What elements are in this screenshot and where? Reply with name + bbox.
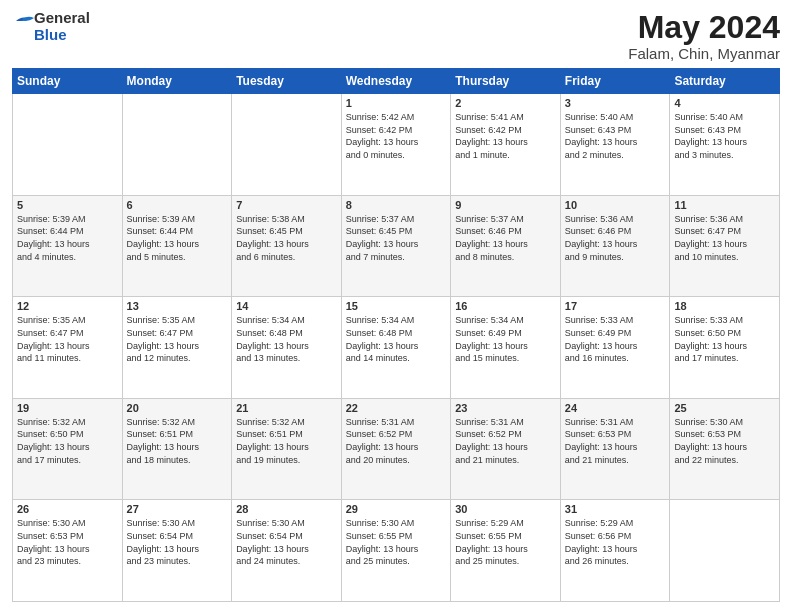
table-row: 15Sunrise: 5:34 AMSunset: 6:48 PMDayligh… (341, 297, 451, 399)
table-row: 2Sunrise: 5:41 AMSunset: 6:42 PMDaylight… (451, 94, 561, 196)
logo-general-text: General (34, 10, 90, 27)
table-row: 1Sunrise: 5:42 AMSunset: 6:42 PMDaylight… (341, 94, 451, 196)
table-row: 9Sunrise: 5:37 AMSunset: 6:46 PMDaylight… (451, 195, 561, 297)
header-saturday: Saturday (670, 69, 780, 94)
table-row: 19Sunrise: 5:32 AMSunset: 6:50 PMDayligh… (13, 398, 123, 500)
table-row (670, 500, 780, 602)
table-row: 10Sunrise: 5:36 AMSunset: 6:46 PMDayligh… (560, 195, 670, 297)
table-row: 22Sunrise: 5:31 AMSunset: 6:52 PMDayligh… (341, 398, 451, 500)
table-row: 8Sunrise: 5:37 AMSunset: 6:45 PMDaylight… (341, 195, 451, 297)
logo-blue-text: Blue (34, 27, 90, 44)
month-title: May 2024 (628, 10, 780, 45)
table-row: 7Sunrise: 5:38 AMSunset: 6:45 PMDaylight… (232, 195, 342, 297)
table-row (13, 94, 123, 196)
table-row: 14Sunrise: 5:34 AMSunset: 6:48 PMDayligh… (232, 297, 342, 399)
table-row: 16Sunrise: 5:34 AMSunset: 6:49 PMDayligh… (451, 297, 561, 399)
table-row: 24Sunrise: 5:31 AMSunset: 6:53 PMDayligh… (560, 398, 670, 500)
header-sunday: Sunday (13, 69, 123, 94)
table-row: 3Sunrise: 5:40 AMSunset: 6:43 PMDaylight… (560, 94, 670, 196)
table-row: 21Sunrise: 5:32 AMSunset: 6:51 PMDayligh… (232, 398, 342, 500)
table-row: 5Sunrise: 5:39 AMSunset: 6:44 PMDaylight… (13, 195, 123, 297)
table-row (232, 94, 342, 196)
calendar-table: Sunday Monday Tuesday Wednesday Thursday… (12, 68, 780, 602)
header-thursday: Thursday (451, 69, 561, 94)
table-row: 18Sunrise: 5:33 AMSunset: 6:50 PMDayligh… (670, 297, 780, 399)
table-row: 26Sunrise: 5:30 AMSunset: 6:53 PMDayligh… (13, 500, 123, 602)
table-row (122, 94, 232, 196)
table-row: 28Sunrise: 5:30 AMSunset: 6:54 PMDayligh… (232, 500, 342, 602)
table-row: 29Sunrise: 5:30 AMSunset: 6:55 PMDayligh… (341, 500, 451, 602)
table-row: 20Sunrise: 5:32 AMSunset: 6:51 PMDayligh… (122, 398, 232, 500)
location-title: Falam, Chin, Myanmar (628, 45, 780, 62)
title-section: May 2024 Falam, Chin, Myanmar (628, 10, 780, 62)
calendar-header-row: Sunday Monday Tuesday Wednesday Thursday… (13, 69, 780, 94)
table-row: 30Sunrise: 5:29 AMSunset: 6:55 PMDayligh… (451, 500, 561, 602)
header-friday: Friday (560, 69, 670, 94)
logo: General Blue (12, 10, 90, 43)
table-row: 23Sunrise: 5:31 AMSunset: 6:52 PMDayligh… (451, 398, 561, 500)
table-row: 25Sunrise: 5:30 AMSunset: 6:53 PMDayligh… (670, 398, 780, 500)
table-row: 6Sunrise: 5:39 AMSunset: 6:44 PMDaylight… (122, 195, 232, 297)
page-header: General Blue May 2024 Falam, Chin, Myanm… (12, 10, 780, 62)
header-tuesday: Tuesday (232, 69, 342, 94)
table-row: 11Sunrise: 5:36 AMSunset: 6:47 PMDayligh… (670, 195, 780, 297)
page-container: General Blue May 2024 Falam, Chin, Myanm… (0, 0, 792, 612)
table-row: 12Sunrise: 5:35 AMSunset: 6:47 PMDayligh… (13, 297, 123, 399)
logo-bird-icon (12, 13, 34, 41)
header-wednesday: Wednesday (341, 69, 451, 94)
table-row: 13Sunrise: 5:35 AMSunset: 6:47 PMDayligh… (122, 297, 232, 399)
table-row: 31Sunrise: 5:29 AMSunset: 6:56 PMDayligh… (560, 500, 670, 602)
table-row: 17Sunrise: 5:33 AMSunset: 6:49 PMDayligh… (560, 297, 670, 399)
table-row: 27Sunrise: 5:30 AMSunset: 6:54 PMDayligh… (122, 500, 232, 602)
header-monday: Monday (122, 69, 232, 94)
table-row: 4Sunrise: 5:40 AMSunset: 6:43 PMDaylight… (670, 94, 780, 196)
